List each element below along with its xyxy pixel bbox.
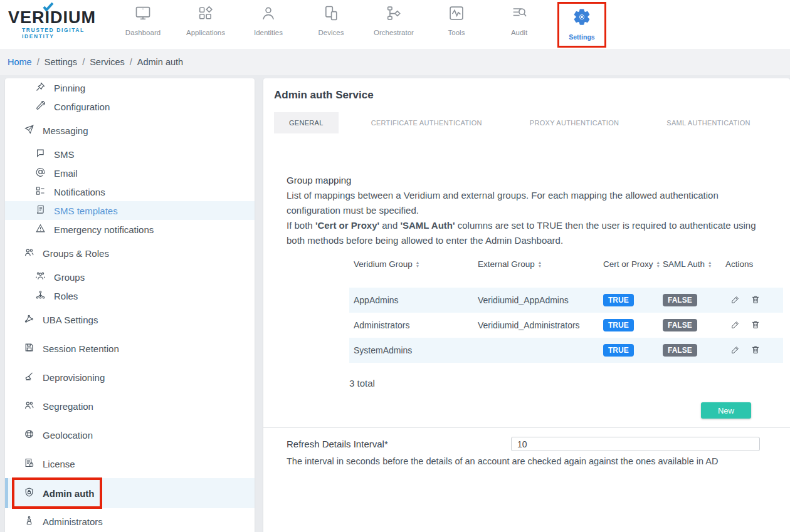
floppy-disk-icon [24,342,34,355]
status-badge: TRUE [603,319,634,331]
admin-person-icon [24,515,34,528]
admin-auth-service-panel: Admin auth Service GENERAL CERTIFICATE A… [263,78,790,532]
nav-item-settings annotation-box-settings[interactable]: Settings [557,2,606,48]
page-title: Admin auth Service [274,88,790,102]
document-lock-icon [24,457,34,470]
actions-cell [725,295,783,306]
person-icon [260,4,277,24]
nav-item-orchestrator[interactable]: Orchestrator [362,2,425,36]
shield-lock-icon [24,487,34,499]
nav-item-tools[interactable]: Tools [425,2,488,36]
logo-wordmark: VERIDIUM [8,9,112,26]
sidebar-item-license[interactable]: License [5,454,255,473]
refresh-interval-help-text: The interval in seconds before the detai… [287,456,760,466]
sidebar-item-email[interactable]: Email [5,164,255,182]
breadcrumb-separator: / [37,57,40,67]
paper-plane-icon [24,124,34,137]
at-sign-icon [35,167,46,179]
gear-icon [572,8,591,29]
status-badge: FALSE [663,344,697,357]
refresh-interval-row: Refresh Details Interval* [287,437,760,451]
new-button-row: New [263,402,751,419]
sort-icon[interactable]: ▲▼ [416,261,419,268]
sort-icon[interactable]: ▲▼ [538,261,542,268]
team-icon [35,271,46,283]
new-button[interactable]: New [701,402,751,419]
saml-auth-cell: FALSE [663,344,725,357]
breadcrumb-settings[interactable]: Settings [45,57,77,67]
delete-trash-icon[interactable] [750,345,761,357]
edit-pencil-icon[interactable] [730,320,740,331]
breadcrumb-services[interactable]: Services [90,57,125,67]
column-header-veridium-group[interactable]: Veridium Group▲▼ [349,259,478,269]
status-badge: TRUE [603,344,634,357]
nav-item-devices[interactable]: Devices [300,2,362,36]
sort-icon[interactable]: ▲▼ [656,261,660,268]
veridium-logo: VERIDIUM TRUSTED DIGITAL IDENTITY [0,9,112,39]
delete-trash-icon[interactable] [750,295,761,306]
status-badge: TRUE [603,294,634,306]
cert-or-proxy-cell: TRUE [603,294,663,306]
breadcrumb-separator: / [82,57,85,67]
service-tabs: GENERAL CERTIFICATE AUTHENTICATION PROXY… [274,112,790,133]
column-header-external-group[interactable]: External Group▲▼ [478,259,603,269]
sidebar-item-sms-templates[interactable]: SMS templates [5,201,255,220]
sidebar-item-deprovisioning[interactable]: Deprovisioning [5,368,255,387]
edit-pencil-icon[interactable] [730,345,740,357]
warning-triangle-icon [35,223,46,236]
breadcrumb-home-link[interactable]: Home [8,57,32,67]
refresh-interval-label: Refresh Details Interval* [287,439,511,449]
sidebar-item-admin-auth[interactable]: Admin auth [5,478,255,508]
checklist-icon [35,185,46,198]
refresh-interval-input[interactable] [511,437,760,451]
tab-saml-authentication[interactable]: SAML AUTHENTICATION [651,112,765,133]
column-header-cert-or-proxy[interactable]: Cert or Proxy▲▼ [603,259,663,269]
nav-item-identities[interactable]: Identities [237,2,300,36]
sidebar-item-geolocation[interactable]: Geolocation [5,425,255,444]
external-group-cell: Veridiumid_Administrators [478,320,603,330]
sidebar-item-administrators[interactable]: Administrators [5,512,255,531]
sidebar-item-roles[interactable]: Roles [5,286,255,305]
saml-auth-cell: FALSE [663,294,725,306]
people-icon [24,247,34,259]
table-row: Administrators Veridiumid_Administrators… [349,313,783,338]
tab-proxy-authentication[interactable]: PROXY AUTHENTICATION [515,112,635,133]
cert-or-proxy-cell: TRUE [603,319,663,331]
sidebar-item-emergency-notifications[interactable]: Emergency notifications [5,220,255,239]
sidebar-item-groups[interactable]: Groups [5,268,255,286]
main-nav: Dashboard Applications Identities Device… [112,2,613,48]
sort-icon[interactable]: ▲▼ [708,261,712,268]
broom-icon [24,371,34,383]
sidebar-item-uba-settings[interactable]: UBA Settings [5,310,255,329]
tab-certificate-authentication[interactable]: CERTIFICATE AUTHENTICATION [356,112,497,133]
sidebar-item-groups-roles[interactable]: Groups & Roles [5,244,255,263]
group-mapping-description: List of mappings between a Veridium and … [287,188,757,218]
sidebar-item-notifications[interactable]: Notifications [5,182,255,201]
sidebar-item-configuration[interactable]: Configuration [5,97,255,116]
column-header-saml-auth[interactable]: SAML Auth▲▼ [663,259,725,269]
sidebar-menu: Pinning Configuration Messaging SMS Emai… [5,78,255,531]
sidebar-item-pinning[interactable]: Pinning [5,78,255,97]
nav-item-dashboard[interactable]: Dashboard [112,2,174,36]
globe-icon [24,429,34,441]
tab-saml-keys[interactable]: SAML KEYS [783,112,790,133]
sidebar-item-sms[interactable]: SMS [5,145,255,164]
sidebar-item-segregation[interactable]: Segregation [5,397,255,415]
actions-cell [725,320,783,331]
edit-pencil-icon[interactable] [730,295,740,306]
activity-box-icon [448,4,465,24]
scroll-document-icon [35,204,46,217]
nav-item-applications[interactable]: Applications [174,2,237,36]
breadcrumb-separator: / [130,57,132,67]
sidebar-item-messaging[interactable]: Messaging [5,121,255,140]
delete-trash-icon[interactable] [750,320,761,331]
table-body: AppAdmins Veridiumid_AppAdmins TRUE FALS… [349,288,783,363]
status-badge: FALSE [663,294,697,306]
devices-icon [322,4,340,24]
actions-cell [725,345,783,357]
tab-general[interactable]: GENERAL [274,112,339,133]
nav-item-audit[interactable]: Audit [488,2,550,36]
sidebar-item-session-retention[interactable]: Session Retention [5,339,255,358]
table-row: SystemAdmins TRUE FALSE [349,338,783,363]
node-graph-icon [24,313,34,326]
